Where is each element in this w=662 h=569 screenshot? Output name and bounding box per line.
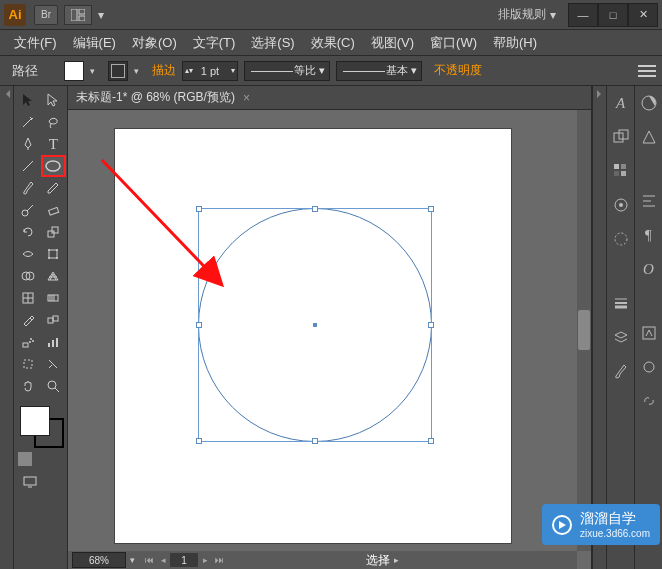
prev-page-button[interactable]: ◂ bbox=[156, 553, 170, 567]
magic-wand-tool[interactable] bbox=[16, 112, 40, 132]
pathfinder-panel-icon[interactable] bbox=[610, 126, 632, 148]
tool-collapse-strip[interactable] bbox=[0, 86, 14, 569]
align-panel-icon[interactable] bbox=[638, 190, 660, 212]
hand-tool[interactable] bbox=[16, 376, 40, 396]
menu-window[interactable]: 窗口(W) bbox=[422, 31, 485, 55]
stroke-swatch[interactable] bbox=[108, 61, 128, 81]
slice-tool[interactable] bbox=[42, 354, 66, 374]
fill-stroke-indicator[interactable] bbox=[20, 406, 64, 448]
character-panel-icon[interactable]: A bbox=[610, 92, 632, 114]
screen-mode-button[interactable] bbox=[18, 472, 42, 492]
minimize-button[interactable]: — bbox=[568, 3, 598, 27]
symbols-panel-icon[interactable] bbox=[638, 322, 660, 344]
opentype-panel-icon[interactable]: O bbox=[638, 258, 660, 280]
transparency-panel-icon[interactable] bbox=[610, 228, 632, 250]
none-mode-button[interactable] bbox=[51, 452, 65, 466]
swatches-panel-icon[interactable] bbox=[610, 160, 632, 182]
color-guide-panel-icon[interactable] bbox=[638, 126, 660, 148]
panel-menu-icon[interactable] bbox=[638, 61, 656, 81]
fill-swatch[interactable] bbox=[64, 61, 84, 81]
bridge-button[interactable]: Br bbox=[34, 5, 58, 25]
brushes-panel-icon[interactable] bbox=[610, 360, 632, 382]
appearance-panel-icon[interactable] bbox=[610, 194, 632, 216]
color-panel-icon[interactable] bbox=[638, 92, 660, 114]
handle-middle-left[interactable] bbox=[196, 322, 202, 328]
color-mode-button[interactable] bbox=[18, 452, 32, 466]
pencil-tool[interactable] bbox=[42, 178, 66, 198]
menu-file[interactable]: 文件(F) bbox=[6, 31, 65, 55]
scale-tool[interactable] bbox=[42, 222, 66, 242]
rotate-tool[interactable] bbox=[16, 222, 40, 242]
gradient-mode-button[interactable] bbox=[34, 452, 48, 466]
eyedropper-tool[interactable] bbox=[16, 310, 40, 330]
width-profile-dropdown[interactable]: 等比▾ bbox=[244, 61, 330, 81]
blob-brush-tool[interactable] bbox=[16, 200, 40, 220]
menu-select[interactable]: 选择(S) bbox=[243, 31, 302, 55]
graphic-styles-panel-icon[interactable] bbox=[638, 356, 660, 378]
gradient-tool[interactable] bbox=[42, 288, 66, 308]
watermark-subtitle: zixue.3d66.com bbox=[580, 528, 650, 539]
page-input[interactable]: 1 bbox=[170, 553, 198, 567]
handle-top-left[interactable] bbox=[196, 206, 202, 212]
handle-top-middle[interactable] bbox=[312, 206, 318, 212]
menu-edit[interactable]: 编辑(E) bbox=[65, 31, 124, 55]
opacity-label[interactable]: 不透明度 bbox=[434, 62, 482, 79]
lasso-tool[interactable] bbox=[42, 112, 66, 132]
next-page-button[interactable]: ▸ bbox=[198, 553, 212, 567]
menu-effect[interactable]: 效果(C) bbox=[303, 31, 363, 55]
zoom-dd-icon[interactable]: ▾ bbox=[130, 555, 142, 565]
menu-type[interactable]: 文字(T) bbox=[185, 31, 244, 55]
stroke-weight-input[interactable]: ▴▾ 1 pt ▾ bbox=[182, 61, 238, 81]
ellipse-tool[interactable] bbox=[42, 156, 66, 176]
width-tool[interactable] bbox=[16, 244, 40, 264]
handle-bottom-left[interactable] bbox=[196, 438, 202, 444]
brush-dropdown[interactable]: 基本▾ bbox=[336, 61, 422, 81]
layers-panel-icon[interactable] bbox=[610, 326, 632, 348]
handle-middle-right[interactable] bbox=[428, 322, 434, 328]
zoom-tool[interactable] bbox=[42, 376, 66, 396]
scrollbar-thumb[interactable] bbox=[578, 310, 590, 350]
handle-bottom-middle[interactable] bbox=[312, 438, 318, 444]
mesh-tool[interactable] bbox=[16, 288, 40, 308]
paragraph-panel-icon[interactable]: ¶ bbox=[638, 224, 660, 246]
handle-bottom-right[interactable] bbox=[428, 438, 434, 444]
zoom-input[interactable]: 68% bbox=[72, 552, 126, 568]
dropdown-icon[interactable]: ▾ bbox=[98, 8, 104, 22]
stroke-panel-icon[interactable] bbox=[610, 292, 632, 314]
handle-top-right[interactable] bbox=[428, 206, 434, 212]
close-button[interactable]: ✕ bbox=[628, 3, 658, 27]
stroke-label[interactable]: 描边 bbox=[152, 62, 176, 79]
links-panel-icon[interactable] bbox=[638, 390, 660, 412]
menu-help[interactable]: 帮助(H) bbox=[485, 31, 545, 55]
direct-selection-tool[interactable] bbox=[42, 90, 66, 110]
document-tab[interactable]: 未标题-1* @ 68% (RGB/预览) × bbox=[68, 86, 591, 110]
pen-tool[interactable] bbox=[16, 134, 40, 154]
menu-view[interactable]: 视图(V) bbox=[363, 31, 422, 55]
artboard-tool[interactable] bbox=[16, 354, 40, 374]
layout-rules-menu[interactable]: 排版规则 ▾ bbox=[498, 6, 556, 23]
canvas[interactable]: 68% ▾ ⏮ ◂ 1 ▸ ⏭ 选择 ▸ bbox=[68, 110, 591, 569]
vertical-scrollbar[interactable] bbox=[577, 110, 591, 551]
selection-tool[interactable] bbox=[16, 90, 40, 110]
type-tool[interactable]: T bbox=[42, 134, 66, 154]
free-transform-tool[interactable] bbox=[42, 244, 66, 264]
status-dd-icon[interactable]: ▸ bbox=[394, 555, 406, 565]
svg-point-46 bbox=[615, 233, 627, 245]
shape-builder-tool[interactable] bbox=[16, 266, 40, 286]
first-page-button[interactable]: ⏮ bbox=[142, 553, 156, 567]
perspective-grid-tool[interactable] bbox=[42, 266, 66, 286]
right-collapse-strip[interactable] bbox=[592, 86, 606, 569]
stroke-dropdown-icon[interactable]: ▾ bbox=[134, 66, 146, 76]
blend-tool[interactable] bbox=[42, 310, 66, 330]
last-page-button[interactable]: ⏭ bbox=[212, 553, 226, 567]
eraser-tool[interactable] bbox=[42, 200, 66, 220]
paintbrush-tool[interactable] bbox=[16, 178, 40, 198]
tab-close-icon[interactable]: × bbox=[243, 91, 250, 105]
fill-dropdown-icon[interactable]: ▾ bbox=[90, 66, 102, 76]
column-graph-tool[interactable] bbox=[42, 332, 66, 352]
symbol-sprayer-tool[interactable] bbox=[16, 332, 40, 352]
line-segment-tool[interactable] bbox=[16, 156, 40, 176]
maximize-button[interactable]: □ bbox=[598, 3, 628, 27]
arrange-docs-button[interactable] bbox=[64, 5, 92, 25]
menu-object[interactable]: 对象(O) bbox=[124, 31, 185, 55]
